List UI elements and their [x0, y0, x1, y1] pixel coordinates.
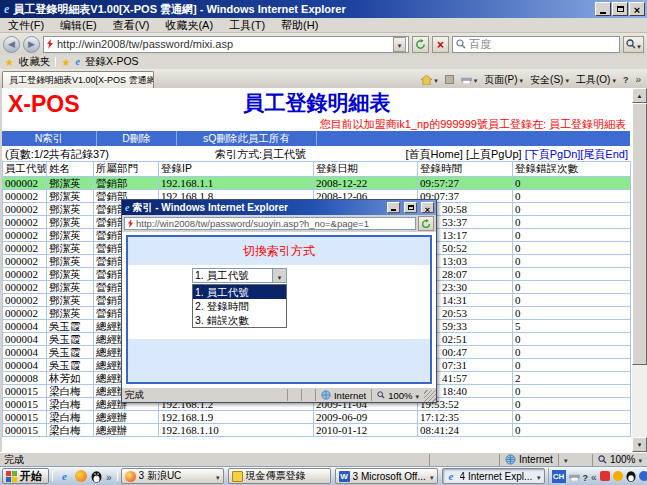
cell-errors: 0 [513, 177, 631, 190]
table-row[interactable]: 000002 鄧潔英 營銷部 192.168.1.1 2008-12-22 09… [3, 177, 631, 190]
scrollbar-thumb[interactable] [632, 103, 647, 365]
forward-button[interactable]: ▶ [23, 36, 40, 53]
menu-item[interactable]: 编辑(E) [52, 18, 105, 33]
cell-errors: 0 [513, 307, 631, 320]
system-tray: CH 12:02 [548, 468, 647, 485]
printer-tray-icon[interactable] [569, 472, 580, 481]
refresh-button[interactable] [412, 36, 429, 53]
table-row[interactable]: 000015 梁白梅 總經辦 192.168.1.9 2009-06-09 17… [3, 411, 631, 424]
tray-collapse-chevron-icon[interactable] [591, 467, 597, 485]
task-button[interactable]: 4 Internet Expl... [442, 468, 545, 484]
address-input[interactable]: http://win2008/tw/password/mixi.asp [43, 36, 409, 53]
select-dropdown-button[interactable] [272, 269, 286, 282]
popup-go-button[interactable] [418, 216, 434, 231]
ie-quicklaunch-icon[interactable] [58, 470, 71, 483]
ie-logo-icon: e [125, 203, 129, 213]
tray-icon-red[interactable] [600, 471, 610, 481]
tools-menu-button[interactable]: 工具(O) [574, 73, 618, 87]
qq-quicklaunch-icon[interactable] [90, 470, 103, 483]
favorites-link[interactable]: 登錄X-POS [85, 55, 139, 69]
cell-employee-id: 000002 [3, 268, 47, 281]
task-label: 4 Internet Expl... [460, 471, 533, 482]
maximize-button[interactable] [612, 2, 628, 16]
tray-icon-blue[interactable] [639, 471, 647, 481]
safety-menu-label: 安全(S) [530, 73, 563, 87]
nav-pgdn-link[interactable]: [下頁PgDn] [525, 148, 581, 160]
cell-errors: 0 [513, 385, 631, 398]
feeds-button[interactable] [443, 75, 456, 84]
menu-item[interactable]: 帮助(H) [273, 18, 326, 33]
search-input[interactable]: 百度 [452, 36, 620, 53]
close-icon [634, 0, 640, 18]
page-menu-button[interactable]: 页面(P) [482, 73, 525, 87]
menu-item[interactable]: 收藏夹(A) [157, 18, 221, 33]
popup-maximize-button[interactable] [404, 202, 417, 213]
nav-pgup-link[interactable]: [上頁PgUp] [466, 148, 522, 160]
close-button[interactable] [629, 2, 645, 16]
task-button-group: 3 新浪UC 現金傳票登錄 3 Microsoft Off... 4 Inter… [121, 468, 545, 484]
help-tray-icon[interactable] [583, 467, 589, 485]
globe-icon [505, 454, 516, 465]
pagination-nav: [首頁Home] [上頁PgUp] [下頁PgDn][尾頁End] [405, 147, 628, 162]
minimize-button[interactable] [595, 2, 611, 16]
task-dropdown-arrow [537, 471, 541, 482]
nav-end-link[interactable]: [尾頁End] [580, 148, 628, 160]
nav-home-link[interactable]: [首頁Home] [405, 148, 462, 160]
address-url: http://win2008/tw/password/mixi.asp [57, 38, 390, 50]
scroll-up-button[interactable] [632, 88, 647, 103]
task-dropdown-arrow [216, 471, 220, 482]
scroll-down-button[interactable] [632, 437, 647, 452]
maximize-icon [408, 205, 414, 210]
tray-icon-gold[interactable] [613, 471, 623, 481]
menu-item[interactable]: 文件(F) [0, 18, 52, 33]
cell-errors: 0 [513, 203, 631, 216]
resize-grip[interactable] [424, 390, 436, 402]
menu-item[interactable]: 查看(V) [105, 18, 158, 33]
cell-employee-id: 000008 [3, 372, 47, 385]
language-indicator[interactable]: CH [552, 470, 566, 483]
select-option[interactable]: 1. 員工代號 [193, 285, 286, 299]
help-button[interactable] [621, 75, 631, 85]
popup-close-button[interactable] [421, 202, 434, 213]
task-button[interactable]: 3 新浪UC [121, 468, 224, 484]
task-button[interactable]: 現金傳票登錄 [228, 468, 331, 484]
vertical-scrollbar[interactable] [632, 88, 647, 452]
uc-quicklaunch-icon[interactable] [74, 470, 87, 483]
overflow-chevron-icon[interactable] [633, 74, 643, 85]
favorites-star-icon[interactable] [5, 56, 14, 68]
cell-name: 梁白梅 [47, 411, 94, 424]
menu-item[interactable]: 工具(T) [221, 18, 273, 33]
table-row[interactable]: 000015 梁白梅 總經辦 192.168.1.10 2010-01-12 0… [3, 424, 631, 437]
zoom-control[interactable]: 100% [592, 454, 647, 466]
cell-name: 鄧潔英 [47, 294, 94, 307]
search-go-button[interactable] [623, 36, 644, 53]
chevron-down-icon [564, 454, 568, 465]
cell-employee-id: 000004 [3, 320, 47, 333]
stop-button[interactable] [432, 36, 449, 53]
print-button[interactable] [459, 74, 480, 85]
add-favorite-icon[interactable] [61, 56, 70, 68]
select-option[interactable]: 2. 登錄時間 [193, 299, 286, 313]
back-button[interactable]: ◀ [3, 36, 20, 53]
index-mode-select[interactable]: 1. 員工代號 [192, 268, 287, 283]
browser-tab[interactable]: 員工登錄明細表V1.00[X-POS 雲通網] [2, 71, 154, 88]
popup-minimize-button[interactable] [387, 202, 400, 213]
feed-icon [445, 75, 454, 84]
start-button[interactable]: 开始 [2, 468, 49, 484]
favorites-label[interactable]: 收藏夹 [19, 55, 51, 69]
popup-zoom-control[interactable]: 100% [371, 389, 424, 401]
address-dropdown-button[interactable] [393, 37, 406, 52]
column-header: 登錄時間 [418, 162, 513, 177]
minimize-icon [600, 12, 606, 14]
protected-mode-pane[interactable] [558, 454, 592, 466]
select-option[interactable]: 3. 錯誤次數 [193, 313, 286, 327]
delete-all-menu-button[interactable]: sQ刪除此員工所有 [177, 131, 317, 146]
delete-menu-button[interactable]: D刪除 [97, 131, 177, 146]
quicklaunch-overflow-chevron-icon[interactable] [106, 467, 112, 485]
safety-menu-button[interactable]: 安全(S) [528, 73, 571, 87]
task-button[interactable]: 3 Microsoft Off... [335, 468, 438, 484]
home-button[interactable] [419, 74, 440, 85]
index-menu-button[interactable]: N索引 [2, 131, 97, 146]
popup-address-input[interactable]: http://win2008/tw/password/suoyin.asp?h_… [124, 217, 416, 230]
qq-tray-icon[interactable] [626, 470, 636, 482]
